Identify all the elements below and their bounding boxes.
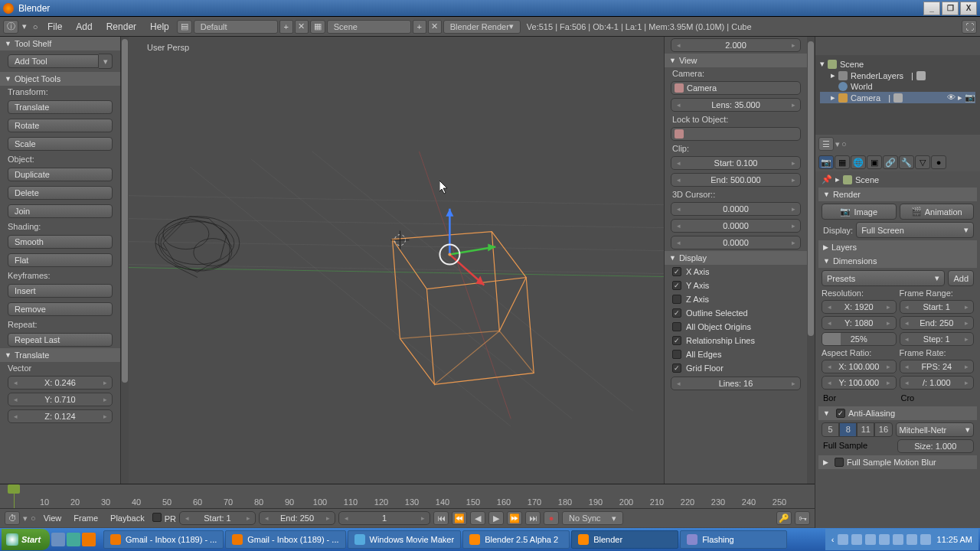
tab-scene[interactable]: ▦	[835, 155, 850, 169]
quicklaunch-firefox-icon[interactable]	[82, 533, 96, 546]
3d-viewport[interactable]: User Persp (1) Cube ▣ ▾○ View Select Obj…	[129, 37, 665, 528]
camera-field[interactable]: Camera	[671, 81, 801, 95]
outliner-world-row[interactable]: World	[820, 81, 975, 92]
tab-render[interactable]: 📷	[818, 155, 834, 169]
scene-select[interactable]: Scene	[327, 20, 411, 34]
crop-checkbox[interactable]: Cro	[900, 392, 975, 404]
taskbar-task[interactable]: Gmail - Inbox (1189) - ...	[103, 530, 224, 549]
antialiasing-header[interactable]: ▼✓Anti-Aliasing	[818, 406, 977, 420]
taskbar-task[interactable]: Gmail - Inbox (1189) - ...	[225, 530, 345, 549]
screen-layout-select[interactable]: Default	[194, 20, 278, 34]
top-number-field[interactable]: ◂2.000▸	[671, 38, 801, 52]
back-to-previous-icon[interactable]: ⛶	[962, 20, 977, 34]
frame-end-field[interactable]: ◂End: 250▸	[900, 316, 975, 330]
sync-mode-select[interactable]: No Sync▾	[562, 511, 623, 525]
menu-render[interactable]: Render	[100, 21, 142, 32]
play-reverse-button[interactable]: ◀	[470, 511, 485, 525]
remove-keyframe-button[interactable]: Remove	[8, 302, 113, 316]
tab-world[interactable]: 🌐	[851, 155, 866, 169]
zaxis-checkbox[interactable]: Z Axis	[665, 292, 807, 306]
render-panel-header[interactable]: ▼Render	[818, 187, 977, 201]
outliner-scene-row[interactable]: ▾Scene	[820, 58, 975, 70]
render-image-button[interactable]: 📷Image	[822, 204, 897, 220]
timeline-frame-menu[interactable]: Frame	[69, 514, 103, 523]
smooth-button[interactable]: Smooth	[8, 235, 113, 249]
quicklaunch-ie-icon[interactable]	[67, 533, 80, 546]
auto-keyframe-button[interactable]: ●	[544, 511, 559, 525]
view-panel-header[interactable]: ▼View	[665, 54, 807, 67]
add-preset-button[interactable]: Add	[948, 270, 974, 286]
add-tool-button[interactable]: Add Tool	[8, 54, 99, 68]
render-engine-select[interactable]: Blender Render▾	[443, 20, 521, 34]
layout-browse-icon[interactable]: ▤	[177, 20, 192, 34]
tool-shelf-header[interactable]: ▼Tool Shelf	[0, 37, 120, 51]
maximize-button[interactable]: ❐	[942, 2, 959, 15]
toolshelf-scrollbar[interactable]	[121, 37, 129, 528]
editor-type-icon[interactable]: ⓘ	[3, 20, 18, 34]
tab-object[interactable]: ▣	[867, 155, 882, 169]
tab-modifiers[interactable]: 🔧	[899, 155, 914, 169]
scale-button[interactable]: Scale	[8, 137, 113, 151]
translate-button[interactable]: Translate	[8, 100, 113, 114]
fps-base-field[interactable]: ◂/: 1.000▸	[900, 376, 975, 390]
tray-icon[interactable]	[865, 534, 876, 545]
res-y-field[interactable]: ◂Y: 1080▸	[822, 316, 897, 330]
delete-keying-button[interactable]: 🗝	[795, 511, 810, 525]
full-sample-checkbox[interactable]: Full Sample	[822, 439, 894, 453]
start-frame-field[interactable]: ◂Start: 1▸	[179, 511, 256, 525]
outline-checkbox[interactable]: Outline Selected	[665, 306, 807, 320]
quicklaunch-desktop-icon[interactable]	[51, 533, 65, 546]
taskbar-task[interactable]: Blender 2.5 Alpha 2	[462, 530, 570, 549]
cursor-z-field[interactable]: ◂0.0000▸	[671, 236, 801, 249]
aa-16[interactable]: 16	[874, 422, 892, 437]
vector-x-field[interactable]: ◂X: 0.246▸	[8, 376, 113, 390]
jump-start-button[interactable]: ⏮	[433, 511, 449, 525]
aspect-x-field[interactable]: ◂X: 100.000▸	[822, 360, 897, 373]
aa-8[interactable]: 8	[839, 422, 857, 437]
vector-y-field[interactable]: ◂Y: 0.710▸	[8, 393, 113, 406]
display-mode-select[interactable]: Full Screen▾	[856, 222, 974, 238]
taskbar-task[interactable]: Blender	[571, 530, 678, 549]
current-frame-field[interactable]: ◂1▸	[338, 511, 430, 525]
taskbar-task[interactable]: Windows Movie Maker	[348, 530, 462, 549]
cursor-x-field[interactable]: ◂0.0000▸	[671, 202, 801, 216]
res-pct-field[interactable]: 25%	[822, 332, 897, 346]
keying-set-button[interactable]: 🔑	[776, 511, 792, 525]
motion-blur-header[interactable]: ▶Full Sample Motion Blur	[818, 455, 977, 469]
properties-editor-icon[interactable]: ☰	[818, 137, 834, 151]
close-button[interactable]: X	[960, 2, 977, 15]
layers-panel-header[interactable]: ▶Layers	[818, 240, 977, 254]
res-x-field[interactable]: ◂X: 1920▸	[822, 300, 897, 314]
aa-11[interactable]: 11	[857, 422, 874, 437]
timeline-editor-icon[interactable]: ⏱	[5, 511, 20, 525]
prev-keyframe-button[interactable]: ⏪	[452, 511, 467, 525]
play-button[interactable]: ▶	[488, 511, 504, 525]
menu-help[interactable]: Help	[144, 21, 175, 32]
delete-button[interactable]: Delete	[8, 186, 113, 200]
tab-data[interactable]: ▽	[915, 155, 930, 169]
timeline-playback-menu[interactable]: Playback	[106, 514, 149, 523]
menu-collapse-icon[interactable]: ○	[31, 20, 40, 34]
chevron-down-icon[interactable]: ▾	[20, 20, 29, 34]
border-checkbox[interactable]: Bor	[822, 392, 897, 404]
tray-icon[interactable]	[851, 534, 862, 545]
origins-checkbox[interactable]: All Object Origins	[665, 320, 807, 334]
tab-constraints[interactable]: 🔗	[883, 155, 898, 169]
rotate-button[interactable]: Rotate	[8, 119, 113, 132]
add-layout-button[interactable]: +	[279, 20, 293, 34]
join-button[interactable]: Join	[8, 204, 113, 218]
tab-material[interactable]: ●	[931, 155, 946, 169]
outliner-tree[interactable]: ▾Scene ▸RenderLayers| World ▸Camera|👁 ▸ …	[815, 55, 980, 135]
start-button[interactable]: Start	[2, 529, 50, 550]
cursor-y-field[interactable]: ◂0.0000▸	[671, 219, 801, 233]
flat-button[interactable]: Flat	[8, 253, 113, 267]
frame-step-field[interactable]: ◂Step: 1▸	[900, 332, 975, 346]
filter-size-field[interactable]: Size: 1.000	[897, 439, 975, 453]
menu-add[interactable]: Add	[70, 21, 98, 32]
vector-z-field[interactable]: ◂Z: 0.124▸	[8, 409, 113, 423]
relationship-checkbox[interactable]: Relationship Lines	[665, 334, 807, 347]
add-scene-button[interactable]: +	[413, 20, 426, 34]
display-panel-header[interactable]: ▼Display	[665, 251, 807, 265]
alledges-checkbox[interactable]: All Edges	[665, 347, 807, 361]
jump-end-button[interactable]: ⏭	[525, 511, 541, 525]
